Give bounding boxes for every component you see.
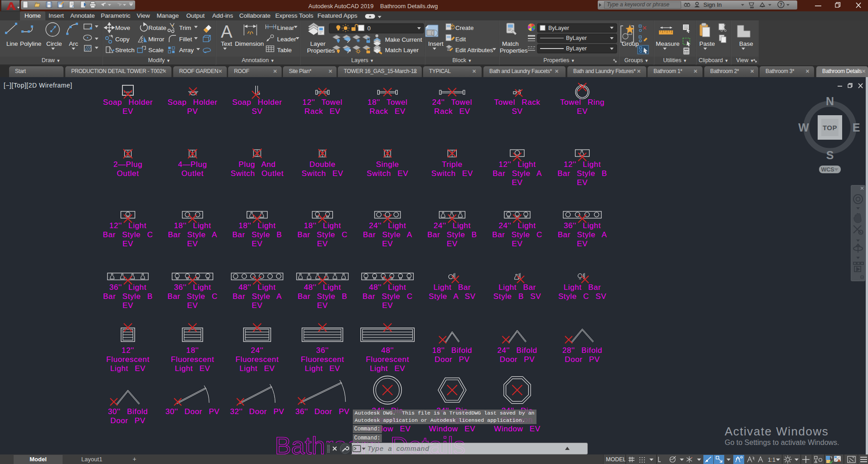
svg-text:S: S (826, 149, 834, 161)
svg-text:?: ? (780, 2, 782, 7)
svg-text:A: A (221, 22, 233, 41)
svg-text:TOP: TOP (823, 124, 837, 132)
svg-text:W: W (798, 121, 809, 134)
svg-text:ByLayer: ByLayer (566, 45, 587, 52)
svg-text:ByLayer: ByLayer (566, 35, 587, 41)
svg-text:Type a command: Type a command (367, 444, 429, 452)
svg-text:WCS: WCS (821, 166, 834, 173)
svg-text:1: 1 (772, 456, 775, 463)
svg-text:ByLayer: ByLayer (548, 25, 569, 31)
svg-text:N: N (826, 95, 834, 107)
svg-text:E: E (853, 121, 860, 134)
svg-text:Sign In: Sign In (703, 1, 722, 8)
svg-text:0: 0 (367, 25, 371, 32)
